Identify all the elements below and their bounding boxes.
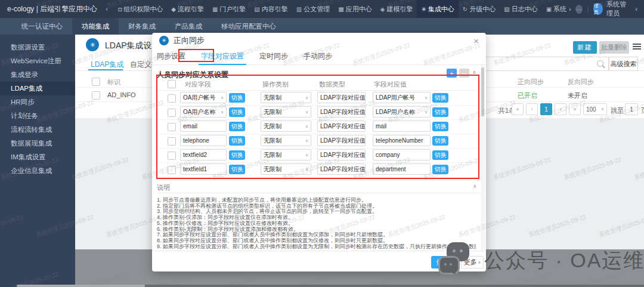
- sidebar-item-IM集成设置[interactable]: IM集成设置: [0, 150, 75, 164]
- user-menu-caret-icon[interactable]: ∨: [634, 7, 638, 12]
- top-nav-label: 组织权限中心: [123, 5, 163, 14]
- sidebar-item-数据源设置[interactable]: 数据源设置: [0, 41, 75, 54]
- top-nav-label: 流程引擎: [178, 5, 204, 14]
- top-nav-item-组织权限中心[interactable]: ◘组织权限中心: [114, 0, 167, 18]
- sidebar-item-流程流转集成[interactable]: 流程流转集成: [0, 123, 75, 137]
- note-line-item: 4. 操作类别-仅添加：同步字段对应设置仅在添加时有效。: [157, 215, 476, 221]
- modal-header: ✳ 正向同步 ×: [152, 33, 486, 48]
- app-brand: e-cology | 后端引擎应用中心: [7, 4, 97, 14]
- top-nav-item-集成中心[interactable]: ✳集成中心: [417, 0, 458, 18]
- row-reverse-status: 未开启: [568, 91, 587, 100]
- modal-tab-手动同步[interactable]: 手动同步: [304, 48, 332, 65]
- row-checkbox[interactable]: [92, 91, 100, 100]
- top-nav-item-日志中心[interactable]: ▧日志中心: [500, 0, 541, 18]
- app-center-icon: ▩: [338, 6, 343, 13]
- subnav-item-产品集成[interactable]: 产品集成: [165, 18, 212, 35]
- page-size-select[interactable]: 100∨: [583, 103, 607, 115]
- topbar-right-cluster: … | 理员 系统管理员 ∨: [575, 0, 638, 18]
- top-nav-label: 公文管理: [304, 5, 330, 14]
- sidebar-item-WebService注册[interactable]: WebService注册: [0, 54, 75, 68]
- sidebar-item-计划任务[interactable]: 计划任务: [0, 109, 75, 123]
- select-all-checkbox[interactable]: [92, 78, 100, 86]
- sub-nav-bar: 统一认证中心功能集成财务集成产品集成移动应用配置中心: [0, 18, 644, 35]
- col-header-forward: 正向同步: [518, 78, 544, 87]
- collapse-notes-icon[interactable]: ∧: [473, 183, 477, 189]
- subnav-item-功能集成[interactable]: 功能集成: [72, 18, 119, 35]
- pagination-nav-button[interactable]: ‹: [526, 103, 538, 115]
- top-nav-item-系统[interactable]: ▣系统 ›: [542, 0, 575, 18]
- sidebar-item-集成登录[interactable]: 集成登录: [0, 68, 75, 82]
- top-nav-label: 日志中心: [512, 5, 538, 14]
- pagination-page-button[interactable]: 1: [540, 103, 552, 115]
- top-nav-label: 门户引擎: [219, 5, 246, 14]
- oa-watermark-text: 公众号 · OA运维: [484, 247, 644, 274]
- search-icon: [597, 60, 603, 67]
- ldap-settings-icon: ✳: [86, 38, 99, 51]
- chevron-up-icon: ∧: [478, 260, 481, 265]
- note-line-item: 5. 操作类别-仅修改：同步字段对应设置仅在修改时有效。: [157, 221, 476, 227]
- sidebar-item-LDAP集成[interactable]: LDAP集成: [0, 82, 75, 95]
- row-forward-status: 已开启: [518, 91, 537, 100]
- note-line-item: 7. 如果同步字段对应设置分部、部门或者人员中操作类别都设置为仅添加，则同步时只…: [157, 232, 476, 238]
- top-nav-bar: e-cology | 后端引擎应用中心 ‹ ◘组织权限中心◆流程引擎▦门户引擎▤…: [0, 0, 644, 18]
- subnav-item-财务集成[interactable]: 财务集成: [119, 18, 165, 35]
- top-nav-item-建模引擎[interactable]: ◈建模引擎: [376, 0, 417, 18]
- pagination-nav-button[interactable]: ›: [555, 103, 566, 115]
- top-nav-label: 建模引擎: [386, 5, 413, 14]
- sidebar-item-HR同步[interactable]: HR同步: [0, 95, 75, 109]
- note-line-item: 3. 同步至组织结构、人员都未开启的节点，将停止该节点的同步，跳转至下一同步节点…: [157, 209, 476, 215]
- user-avatar[interactable]: 理员: [593, 3, 603, 15]
- modal-title: 正向同步: [174, 35, 205, 46]
- workflow-engine-icon: ◆: [171, 6, 176, 13]
- page-unit-label: 页: [641, 106, 644, 115]
- modal-scrollbar-track: [481, 65, 485, 251]
- create-button[interactable]: 新建: [573, 41, 597, 54]
- app-canvas: e-cology | 后端引擎应用中心 ‹ ◘组织权限中心◆流程引擎▦门户引擎▤…: [0, 0, 644, 287]
- pagination-nav-button[interactable]: »: [569, 103, 581, 115]
- notes-title: 说明: [157, 183, 170, 192]
- subnav-item-移动应用配置中心[interactable]: 移动应用配置中心: [212, 18, 286, 35]
- top-nav-label: 应用中心: [346, 5, 372, 14]
- pagination-nav-button[interactable]: «: [512, 103, 524, 115]
- note-line-item: 2. 指定部门后将不再检测该节点的组织类型标识，该节点下的所有子节点将被当成部门…: [157, 203, 476, 209]
- modal-tab-定时同步[interactable]: 定时同步: [259, 48, 288, 65]
- subnav-item-统一认证中心[interactable]: 统一认证中心: [12, 18, 72, 35]
- portal-engine-icon: ▦: [212, 6, 218, 13]
- horizontal-scrollbar-thumb[interactable]: [17, 285, 145, 287]
- top-nav-item-门户引擎[interactable]: ▦门户引擎: [208, 0, 250, 18]
- top-nav-item-内容引擎[interactable]: ▤内容引擎: [250, 0, 292, 18]
- annotation-box-table: [156, 75, 479, 179]
- note-line-item: 6. 操作类别-无限制：同步字段对应设置添加和修改都有效。: [157, 227, 476, 233]
- sidebar-item-数据展现集成[interactable]: 数据展现集成: [0, 137, 75, 150]
- username-label[interactable]: 系统管理员: [606, 0, 632, 18]
- chevron-down-icon: ∨: [601, 107, 604, 112]
- upgrade-center-icon: ↻: [463, 6, 467, 13]
- system-icon: ▣: [546, 6, 552, 13]
- top-nav-item-应用中心[interactable]: ▩应用中心: [334, 0, 376, 18]
- horizontal-scrollbar-track[interactable]: [145, 285, 644, 287]
- note-line-item: 1. 同步节点遵循最近原则，未配置的同步节点，将使用最靠近的上级配置信息进行同步…: [157, 197, 476, 203]
- batch-delete-button[interactable]: 批量删除: [599, 41, 629, 54]
- top-nav-item-公文管理[interactable]: ▥公文管理: [292, 0, 334, 18]
- modeling-engine-icon: ◈: [380, 6, 385, 13]
- notes-list: 1. 同步节点遵循最近原则，未配置的同步节点，将使用最靠近的上级配置信息进行同步…: [157, 197, 476, 249]
- sidebar-item-企业信息集成[interactable]: 企业信息集成: [0, 164, 75, 178]
- list-view-icon[interactable]: [633, 44, 641, 51]
- note-line-item: 9. 如果同步字段对应设置分部、部门或者人员中操作类别都设置为无限制，则同步时检…: [157, 244, 476, 250]
- annotation-box-tab: [178, 49, 214, 62]
- advanced-search-button[interactable]: 高级搜索: [609, 57, 638, 71]
- sidebar: 数据源设置WebService注册集成登录LDAP集成HR同步计划任务流程流转集…: [0, 35, 75, 287]
- more-options-icon[interactable]: …: [575, 5, 583, 14]
- nav-overflow-icon[interactable]: ›: [569, 5, 571, 13]
- row-id-cell[interactable]: AD_INFO: [107, 91, 136, 98]
- modal-scrollbar-thumb[interactable]: [481, 67, 484, 116]
- top-nav-item-升级中心[interactable]: ↻升级中心: [459, 0, 500, 18]
- official-doc-icon: ▥: [296, 6, 302, 13]
- top-nav-item-流程引擎[interactable]: ◆流程引擎: [167, 0, 208, 18]
- sync-icon: ✳: [159, 36, 169, 45]
- close-icon[interactable]: ×: [473, 36, 479, 45]
- nav-back-icon[interactable]: ‹: [106, 5, 108, 13]
- jump-page-input[interactable]: [625, 103, 638, 115]
- col-header-id: 标识: [107, 78, 120, 87]
- tab-ldap-integration[interactable]: LDAP集成: [91, 60, 123, 70]
